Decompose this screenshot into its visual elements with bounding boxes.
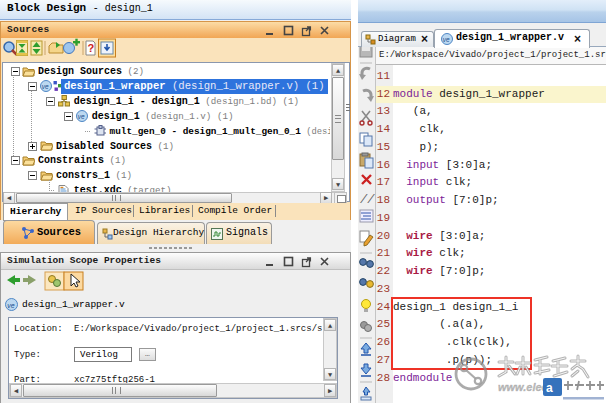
svg-text:www.elec: www.elec [498,381,548,393]
svg-text:a: a [546,381,553,395]
